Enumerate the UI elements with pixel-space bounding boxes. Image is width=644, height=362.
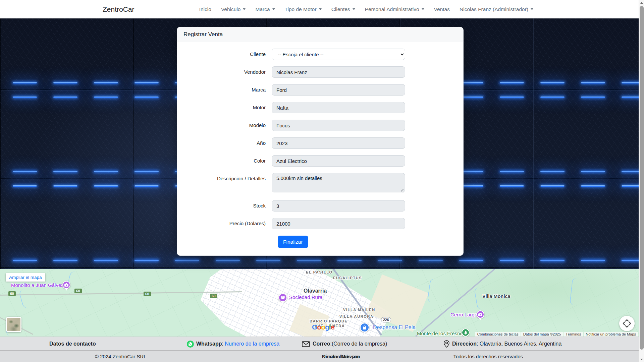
neon-bar-decoration (53, 97, 77, 98)
poi-label-sociedad-rural[interactable]: Sociedad Rural (289, 294, 324, 300)
motor-field (272, 102, 405, 113)
neon-bar-decoration (500, 97, 524, 98)
route-shield-60: 60 (8, 291, 16, 296)
neon-bar-decoration (581, 82, 605, 83)
developer-name: Nicolas Masson (322, 351, 360, 362)
nav-links: Inicio Vehiculo Marca Tipo de Motor Clie… (199, 0, 533, 18)
neon-bar-decoration (94, 185, 118, 187)
neon-bar-decoration (135, 171, 159, 172)
neon-bar-decoration (13, 260, 37, 261)
route-shield-60: 60 (210, 294, 217, 298)
modelo-field (272, 120, 405, 131)
chevron-down-icon (353, 8, 355, 10)
neon-bar-decoration (378, 260, 402, 261)
attribution-keyboard[interactable]: Combinaciones de teclas (475, 332, 521, 337)
page-scrollbar[interactable] (639, 0, 644, 362)
stock-field (272, 200, 405, 212)
anio-field (272, 137, 405, 149)
pan-control-button[interactable] (619, 316, 635, 331)
address-contact: Direccion: Olavarria, Buenos Aires, Arge… (444, 337, 561, 351)
nav-item-vehiculo[interactable]: Vehiculo (221, 6, 246, 12)
neon-bar-decoration (540, 82, 565, 83)
registrar-venta-card: Registrar Venta Cliente -- Escoja el cli… (177, 27, 464, 256)
neon-bar-decoration (13, 82, 37, 83)
camera-pin-icon[interactable] (476, 310, 484, 318)
river (570, 278, 581, 305)
attribution-report[interactable]: Notificar un problema de Maps (584, 332, 638, 337)
despensa-pin-icon[interactable] (360, 323, 369, 332)
attribution-terms[interactable]: Términos (564, 332, 583, 337)
finalizar-button[interactable]: Finalizar (278, 236, 308, 248)
nav-item-personal-administrativo[interactable]: Personal Administrativo (365, 6, 424, 12)
nav-item-marca[interactable]: Marca (255, 6, 275, 12)
area-label-eucaliptus: EUCALIPTUS (333, 276, 362, 280)
modelo-label: Modelo (185, 120, 272, 131)
envelope-icon (302, 341, 310, 347)
poi-label-despensa[interactable]: Despensa El Pela (373, 324, 416, 330)
neon-bar-decoration (53, 82, 77, 83)
anio-label: Año (185, 137, 272, 149)
neon-bar-decoration (135, 185, 159, 187)
route-shield-60: 60 (144, 292, 151, 296)
brand-logo[interactable]: ZentroCar (103, 0, 135, 18)
ampliar-mapa-button[interactable]: Ampliar el mapa (6, 273, 45, 282)
neon-bar-decoration (581, 185, 605, 187)
area-label-barrio-parque: BARRIO PARQUE (310, 319, 348, 323)
cliente-label: Cliente (185, 49, 272, 60)
resize-grip-icon (401, 189, 404, 192)
neon-bar-decoration (581, 260, 605, 261)
scrollbar-up-button[interactable] (639, 0, 644, 5)
nav-item-inicio[interactable]: Inicio (199, 6, 211, 12)
map-layer-thumbnail[interactable] (6, 317, 21, 332)
whatsapp-link[interactable]: Numero de la empresa (225, 341, 279, 347)
neon-bar-decoration (13, 97, 37, 98)
copyright-text: © 2024 ZentroCar SRL (95, 351, 147, 362)
town-label-villa-monica: Villa Monica (482, 294, 511, 299)
nav-item-ventas[interactable]: Ventas (434, 6, 450, 12)
cliente-select[interactable]: -- Escoja el cliente -- (272, 49, 405, 60)
google-logo[interactable]: Google (312, 323, 334, 331)
neon-bar-decoration (581, 97, 605, 98)
google-map[interactable]: 60 60 60 60 226 Monolito a Juan Gálvez O… (0, 269, 644, 337)
attribution-data[interactable]: Datos del mapa ©2025 (521, 332, 563, 337)
marca-label: Marca (185, 84, 272, 96)
marca-field (272, 84, 405, 96)
camera-pin-icon[interactable] (62, 281, 70, 289)
color-label: Color (185, 155, 272, 167)
neon-bar-decoration (94, 97, 118, 98)
neon-bar-decoration (419, 260, 443, 261)
neon-bar-decoration (13, 171, 37, 172)
city-label-olavarria: Olavarría (304, 288, 327, 294)
neon-bar-decoration (94, 260, 118, 261)
color-field (272, 155, 405, 167)
river (18, 287, 35, 309)
chevron-down-icon (319, 8, 322, 10)
nav-item-user-menu[interactable]: Nicolas Franz (Administrador) (460, 6, 533, 12)
poi-label-monolito[interactable]: Monolito a Juan Gálvez (11, 282, 64, 288)
neon-bar-decoration (53, 171, 77, 172)
scrollbar-thumb[interactable] (640, 6, 644, 350)
precio-field (272, 218, 405, 229)
contact-footer: Datos de contacto Whatsapp: Numero de la… (0, 337, 644, 351)
card-body: Cliente -- Escoja el cliente -- Vendedor… (177, 42, 463, 255)
vendedor-label: Vendedor (185, 66, 272, 78)
nav-item-tipo-de-motor[interactable]: Tipo de Motor (285, 6, 322, 12)
motor-label: Motor (185, 102, 272, 113)
poi-label-monte-fresnos[interactable]: Monte de los Fresnos (417, 330, 465, 336)
neon-bar-decoration (135, 97, 159, 98)
neon-bar-decoration (540, 171, 565, 172)
neon-bar-decoration (175, 260, 199, 261)
chevron-down-icon (243, 8, 246, 10)
chevron-down-icon (422, 8, 424, 10)
poi-label-cerro-largo[interactable]: Cerro Largo (450, 312, 477, 317)
sociedad-rural-pin-icon[interactable] (278, 293, 287, 302)
scrollbar-down-button[interactable] (639, 357, 644, 362)
tree-pin-icon[interactable] (462, 328, 470, 337)
neon-bar-decoration (53, 185, 77, 187)
area-label-el-pasillo: EL PASILLO (306, 270, 333, 274)
whatsapp-contact: Whatsapp: Numero de la empresa (187, 337, 279, 351)
neon-bar-decoration (216, 260, 240, 261)
contact-title: Datos de contacto (49, 337, 96, 351)
nav-item-clientes[interactable]: Clientes (331, 6, 355, 12)
copyright-footer: © 2024 ZentroCar SRL Desarrollado por Ni… (0, 351, 644, 362)
